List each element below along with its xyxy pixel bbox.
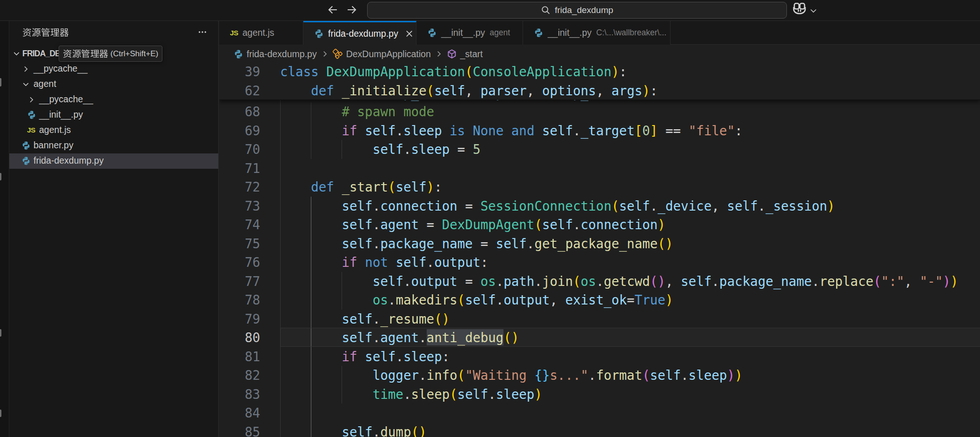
symbol-method-icon [447, 49, 457, 59]
code-token: _device [658, 199, 712, 213]
code-token: makedirs [396, 292, 457, 307]
close-icon[interactable] [404, 29, 414, 39]
code-token: self [342, 236, 372, 251]
tree-item-banner-py[interactable]: banner.py [9, 138, 218, 153]
chevron-down-icon [21, 80, 30, 91]
code-token [280, 424, 342, 437]
tab-label: __init__.py [548, 27, 591, 38]
code-token: sleep [403, 349, 442, 364]
code-token: . [650, 199, 658, 213]
code-token: agent [380, 217, 419, 232]
code-line-76: 76 if not self.output: [219, 253, 980, 272]
code-token: def [311, 83, 334, 98]
code-text: self.package_name = self.get_package_nam… [280, 234, 673, 253]
tree-item-agent[interactable]: agent [9, 77, 218, 92]
code-text: logger.info("Waiting {}s...".format(self… [280, 366, 743, 385]
code-text: # spawn mode [280, 102, 434, 121]
code-token: () [503, 330, 519, 345]
explorer-sidebar: FRIDA_DE__pycache__agent__pycache____ini… [9, 21, 219, 437]
tab--init-py-c-wallbreaker-[interactable]: __init__.pyC:\...\wallbreaker\... [523, 21, 671, 45]
tree-item--pycache-[interactable]: __pycache__ [9, 61, 218, 77]
tab-frida-dexdump-py[interactable]: frida-dexdump.py [303, 21, 416, 45]
tree-item-label: frida-dexdump.py [34, 155, 104, 166]
python-file-icon [27, 110, 36, 122]
code-line-79: 79 self._resume() [219, 310, 980, 329]
code-token: ( [642, 368, 650, 383]
code-token [280, 179, 311, 194]
code-token: ) [658, 217, 665, 232]
tab--init-py-agent[interactable]: __init__.pyagent [416, 21, 523, 45]
code-token: self [542, 217, 573, 232]
breadcrumb: frida-dexdump.pyDexDumpApplication_start [219, 46, 980, 62]
code-token: : [442, 349, 450, 364]
code-token: ( [388, 179, 396, 194]
code-token: ( [611, 199, 619, 213]
tree-item--pycache-[interactable]: __pycache__ [9, 92, 218, 107]
code-token: , [596, 83, 611, 98]
code-token: . [812, 274, 820, 289]
code-token: : [481, 255, 489, 270]
code-token: _initialize [342, 83, 426, 98]
code-token [280, 199, 342, 213]
line-number: 84 [219, 404, 260, 423]
search-icon [541, 5, 551, 15]
tab-agent-js[interactable]: JSagent.js [219, 21, 303, 45]
nav-forward-button[interactable] [346, 4, 359, 17]
code-token: DexDumpApplication [326, 64, 465, 79]
code-token: True [635, 292, 665, 307]
code-token: "-" [920, 274, 943, 289]
tree-item-frida-dexdump-py[interactable]: frida-dexdump.py [9, 153, 218, 169]
line-number: 73 [219, 197, 260, 216]
code-token: self [365, 123, 396, 138]
code-token [357, 123, 365, 138]
code-token: "file" [689, 123, 735, 138]
code-token: ":" [881, 274, 905, 289]
code-token: = [457, 199, 481, 213]
tab-description: C:\...\wallbreaker\... [596, 28, 666, 38]
code-token: and [511, 123, 535, 138]
code-token: sleep [496, 387, 535, 402]
code-token [280, 311, 342, 326]
tree-item-agent-js[interactable]: JSagent.js [9, 123, 218, 138]
more-actions-icon[interactable] [197, 27, 208, 39]
breadcrumb-item[interactable]: _start [447, 49, 483, 60]
code-editor[interactable]: self.deep_search = options.deep_search68… [219, 62, 980, 437]
code-token: self [342, 311, 372, 326]
code-token: self [542, 123, 573, 138]
chevron-right-icon [320, 49, 329, 59]
code-token: "Waiting [465, 368, 534, 383]
code-token: os [373, 292, 388, 307]
code-token: exist_ok [565, 292, 627, 307]
line-number: 82 [219, 366, 260, 385]
code-token: ( [573, 274, 581, 289]
vscode-window: frida_dexdump FRIDA_DE__pycache__agent__… [0, 0, 980, 437]
title-bar: frida_dexdump [0, 0, 980, 21]
tree-item-label: __init__.py [39, 109, 83, 120]
tree-item--init-py[interactable]: __init__.py [9, 107, 218, 123]
code-token [280, 387, 373, 402]
code-token [280, 217, 342, 232]
code-token: os [581, 274, 596, 289]
code-token: , [665, 274, 681, 289]
chevron-down-icon[interactable] [809, 6, 818, 17]
code-token: ) [427, 179, 435, 194]
code-token: agent [380, 330, 419, 345]
breadcrumb-item[interactable]: DexDumpApplication [333, 49, 431, 60]
code-token: . [588, 368, 596, 383]
breadcrumb-label: frida-dexdump.py [247, 49, 317, 60]
python-file-icon [314, 29, 324, 39]
code-token [280, 292, 373, 307]
code-token: . [403, 387, 411, 402]
code-text: os.makedirs(self.output, exist_ok=True) [280, 291, 673, 310]
code-line-73: 73 self.connection = SessionConnection(s… [219, 197, 980, 216]
code-token [280, 123, 342, 138]
copilot-icon[interactable] [793, 3, 806, 17]
breadcrumb-item[interactable]: frida-dexdump.py [234, 49, 317, 60]
command-center-search[interactable]: frida_dexdump [367, 2, 787, 19]
explorer-tooltip: (Ctrl+Shift+E) [59, 46, 162, 62]
code-text: def _initialize(self, parser, options, a… [280, 81, 658, 100]
code-token [357, 255, 365, 270]
code-token: ) [611, 64, 619, 79]
nav-back-button[interactable] [327, 4, 340, 17]
code-text: self.agent.anti_debug() [280, 328, 519, 347]
